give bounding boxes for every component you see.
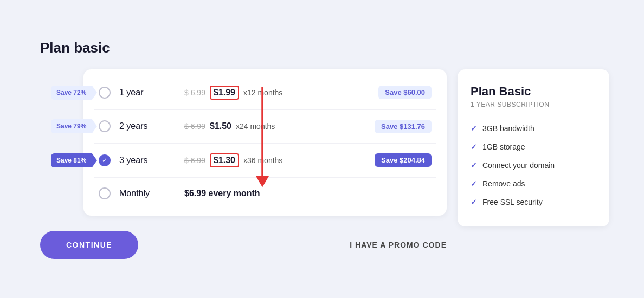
info-card-title: Plan Basic xyxy=(471,85,596,99)
plan-row-2years[interactable]: Save 79% 2 years $ 6.99 $1.50 x24 months… xyxy=(94,110,436,144)
feature-item-4: ✓ Free SSL security xyxy=(471,193,596,211)
page-title: Plan basic xyxy=(40,40,609,56)
period-2years: x24 months xyxy=(236,122,275,131)
save-badge-3years: Save $204.84 xyxy=(375,153,432,167)
save-badge-2years: Save $131.76 xyxy=(375,120,432,133)
period-1year: x12 months xyxy=(243,88,282,97)
feature-item-0: ✓ 3GB bandwidth xyxy=(471,119,596,138)
plan-row-monthly[interactable]: Monthly $6.99 every month xyxy=(94,178,436,209)
save-tag-2years: Save 79% xyxy=(51,119,92,133)
radio-monthly[interactable] xyxy=(99,187,111,199)
feature-item-1: ✓ 1GB storage xyxy=(471,138,596,156)
radio-3years[interactable]: ✓ xyxy=(99,154,111,166)
radio-2years[interactable] xyxy=(99,120,111,132)
plans-wrapper: Save 72% 1 year $ 6.99 $1.99 x12 months … xyxy=(83,69,447,216)
promo-code-link[interactable]: I HAVE A PROMO CODE xyxy=(350,241,447,249)
save-badge-1year: Save $60.00 xyxy=(378,86,432,99)
check-icon-3: ✓ xyxy=(471,179,477,188)
plan-label-3years: 3 years xyxy=(119,156,163,165)
current-price-1year: $1.99 xyxy=(210,86,239,100)
bottom-section: CONTINUE I HAVE A PROMO CODE xyxy=(40,231,447,259)
main-content: Save 72% 1 year $ 6.99 $1.99 x12 months … xyxy=(35,69,609,259)
feature-list: ✓ 3GB bandwidth ✓ 1GB storage ✓ Connect … xyxy=(471,119,596,211)
price-section-3years: $ 6.99 $1.30 x36 months xyxy=(184,153,375,167)
plans-card: Save 72% 1 year $ 6.99 $1.99 x12 months … xyxy=(83,69,447,216)
price-section-2years: $ 6.99 $1.50 x24 months xyxy=(184,121,375,131)
plan-label-1year: 1 year xyxy=(119,88,163,98)
feature-text-0: 3GB bandwidth xyxy=(482,124,534,133)
feature-text-3: Remove ads xyxy=(482,179,525,188)
original-price-1year: $ 6.99 xyxy=(184,88,205,97)
left-panel: Save 72% 1 year $ 6.99 $1.99 x12 months … xyxy=(35,69,447,259)
check-icon-2: ✓ xyxy=(471,161,477,170)
check-icon-1: ✓ xyxy=(471,142,477,151)
feature-text-1: 1GB storage xyxy=(482,142,525,151)
plan-label-monthly: Monthly xyxy=(119,189,163,198)
original-price-2years: $ 6.99 xyxy=(184,122,205,131)
feature-text-4: Free SSL security xyxy=(482,198,543,206)
plan-row-1year[interactable]: Save 72% 1 year $ 6.99 $1.99 x12 months … xyxy=(94,76,436,110)
current-price-3years: $1.30 xyxy=(210,153,239,167)
price-section-1year: $ 6.99 $1.99 x12 months xyxy=(184,86,378,100)
right-panel: Plan Basic 1 YEAR SUBSCRIPTION ✓ 3GB ban… xyxy=(458,69,609,259)
original-price-3years: $ 6.99 xyxy=(184,156,205,165)
info-card: Plan Basic 1 YEAR SUBSCRIPTION ✓ 3GB ban… xyxy=(458,69,609,226)
info-card-subtitle: 1 YEAR SUBSCRIPTION xyxy=(471,101,596,108)
save-tag-3years: Save 81% xyxy=(51,153,92,167)
feature-item-3: ✓ Remove ads xyxy=(471,174,596,193)
plan-row-3years[interactable]: Save 81% ✓ 3 years $ 6.99 $1.30 x36 mont… xyxy=(94,144,436,178)
save-tag-1year: Save 72% xyxy=(51,86,92,100)
continue-button[interactable]: CONTINUE xyxy=(40,231,138,259)
check-icon-0: ✓ xyxy=(471,124,477,133)
period-3years: x36 months xyxy=(243,156,282,165)
page-container: Plan basic Save 72% 1 year $ 6.99 $1.99 xyxy=(24,23,620,275)
radio-1year[interactable] xyxy=(99,87,111,99)
check-icon-4: ✓ xyxy=(471,198,477,206)
feature-text-2: Connect your domain xyxy=(482,161,555,170)
feature-item-2: ✓ Connect your domain xyxy=(471,156,596,174)
plan-label-2years: 2 years xyxy=(119,121,163,131)
current-price-2years: $1.50 xyxy=(210,121,231,131)
monthly-price: $6.99 every month xyxy=(184,189,432,198)
